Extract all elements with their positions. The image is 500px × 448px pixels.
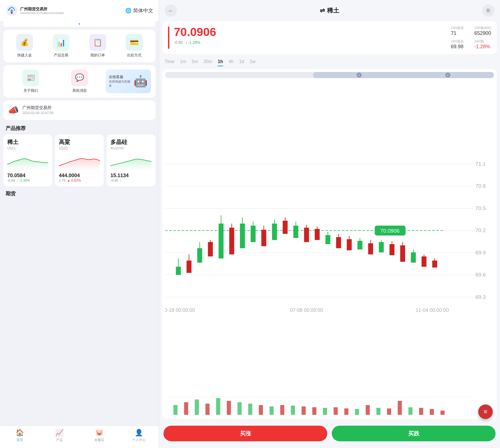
system-msg-icon: 💬 — [75, 73, 84, 82]
product-trade-icon-wrap: 📊 — [53, 34, 69, 51]
volume-chart — [165, 397, 494, 416]
svg-rect-75 — [195, 399, 199, 415]
price-indicator-bar — [168, 27, 169, 49]
menu-item-system-messages[interactable]: 💬 系统消息 — [57, 69, 102, 93]
menu-item-withdrawal[interactable]: 💳 出款方式 — [118, 34, 151, 58]
candlestick-chart: 71.1 70.8 70.5 70.2 69.9 69.6 69.3 70.09… — [165, 80, 494, 396]
svg-rect-24 — [197, 248, 202, 263]
menu-item-quick-deposit[interactable]: 💰 快捷入金 — [8, 34, 41, 58]
svg-rect-74 — [184, 402, 188, 415]
menu-item-about-us[interactable]: 📰 关于我们 — [8, 69, 53, 93]
tab-30m[interactable]: 30m — [203, 59, 212, 65]
tab-1m[interactable]: 1m — [180, 59, 186, 65]
price-section: 70.0906 -0.90 ↓ -1.28% 24H最高 71 24H量(MX)… — [162, 21, 497, 54]
stat-high: 24H最高 71 — [451, 26, 468, 36]
my-orders-label: 我的订单 — [90, 53, 105, 58]
copy-button[interactable]: ⎘ — [482, 4, 494, 17]
product-code-gaoliang: USZC — [59, 146, 100, 150]
products-icon: 📈 — [55, 429, 64, 437]
back-button[interactable]: ← — [165, 4, 177, 17]
product-change-duojinggui: -0.00 ↓ — [110, 179, 152, 182]
nav-item-profile[interactable]: 👤 个人中心 — [119, 429, 159, 442]
nav-label-products: 产品 — [56, 438, 63, 442]
about-us-icon-wrap: 📰 — [22, 69, 39, 86]
tab-time[interactable]: Time — [165, 59, 174, 65]
announcement-time: 2024-02-08 10:47:59 — [22, 111, 53, 115]
svg-rect-28 — [218, 223, 223, 258]
product-card-gaoliang[interactable]: 高粱 USZC 444.0004 2.75 ▲ 0.62% — [55, 134, 104, 186]
sparkline-xitu — [7, 153, 48, 170]
nav-item-home[interactable]: 🏠 首页 — [0, 429, 40, 442]
svg-rect-44 — [304, 228, 309, 242]
buy-down-button[interactable]: 买跌 — [332, 426, 496, 441]
svg-text:70.2: 70.2 — [475, 227, 486, 233]
product-price-gaoliang: 444.0004 — [59, 173, 100, 179]
left-panel: 广州期货交易所 GUANGZHOU FUTURES EXCHANGE 🌐 简体中… — [0, 0, 159, 448]
svg-rect-30 — [229, 228, 234, 254]
tab-1d[interactable]: 1d — [239, 59, 244, 65]
language-selector[interactable]: 🌐 简体中文 — [125, 7, 153, 14]
svg-text:70.5: 70.5 — [475, 205, 486, 211]
buy-up-button[interactable]: 买涨 — [164, 426, 327, 441]
chart-scroll-thumb[interactable]: ≡ ≡ — [313, 72, 494, 78]
product-code-duojinggui: RU10YR — [110, 146, 152, 150]
product-code-xitu: USCL — [7, 146, 48, 150]
detail-title: ⇌ 稀土 — [320, 6, 339, 15]
nav-item-yue-bao[interactable]: 🐷 余额宝 — [80, 429, 119, 442]
svg-rect-92 — [376, 408, 381, 415]
tab-1h[interactable]: 1h — [218, 59, 223, 65]
svg-text:11-04 00:00:00: 11-04 00:00:00 — [416, 307, 449, 313]
svg-rect-58 — [379, 242, 384, 252]
cs-text-area: 在线客服 优质竭诚为您服务 — [109, 74, 131, 88]
svg-rect-60 — [390, 244, 395, 255]
about-us-label: 关于我们 — [23, 88, 38, 93]
price-stats: 24H最高 71 24H量(MX) 652900 24H最低 69.98 24H… — [451, 26, 491, 50]
fab-button[interactable]: ≡ — [478, 404, 493, 419]
scroll-handle-right[interactable]: ≡ — [445, 73, 450, 78]
svg-rect-85 — [302, 406, 306, 415]
svg-rect-76 — [205, 404, 210, 415]
svg-rect-94 — [398, 401, 402, 415]
announcement-bar[interactable]: 📣 广州期货交易所 2024-02-08 10:47:59 — [3, 100, 155, 120]
logo-icon — [6, 4, 18, 17]
svg-rect-38 — [272, 223, 277, 240]
menu-item-my-orders[interactable]: 📋 我的订单 — [81, 34, 114, 58]
exchange-icon: ⇌ — [320, 7, 325, 14]
profile-icon: 👤 — [135, 429, 143, 437]
svg-rect-95 — [408, 407, 413, 415]
nav-item-products[interactable]: 📈 产品 — [40, 429, 79, 442]
announcement-title: 广州期货交易所 — [22, 105, 53, 110]
svg-rect-77 — [216, 398, 220, 415]
svg-rect-62 — [400, 245, 405, 262]
product-card-xitu[interactable]: 稀土 USCL 70.0584 -0.94 ↓ -1.33% — [3, 134, 52, 186]
tab-1w[interactable]: 1w — [250, 59, 255, 65]
left-header: 广州期货交易所 GUANGZHOU FUTURES EXCHANGE 🌐 简体中… — [0, 0, 159, 21]
svg-rect-90 — [355, 409, 359, 415]
chart-scroll-bar[interactable]: ≡ ≡ — [165, 72, 494, 78]
product-name-xitu: 稀土 — [7, 138, 48, 146]
product-card-duojinggui[interactable]: 多晶硅 RU10YR 15.1134 -0.00 ↓ — [107, 134, 155, 186]
svg-rect-86 — [312, 407, 316, 415]
candlestick-svg: 71.1 70.8 70.5 70.2 69.9 69.6 69.3 70.09… — [165, 80, 494, 396]
down-arrow-icon: ↓ — [186, 40, 188, 45]
tab-5m[interactable]: 5m — [192, 59, 198, 65]
cs-icon: 🤖 — [134, 75, 148, 88]
tab-4h[interactable]: 4h — [229, 59, 234, 65]
price-change-row: -0.90 ↓ -1.28% — [174, 40, 446, 45]
quick-deposit-label: 快捷入金 — [17, 53, 32, 58]
product-change-xitu: -0.94 ↓ -1.33% — [7, 179, 48, 182]
system-msg-label: 系统消息 — [72, 88, 87, 93]
menu-item-product-trade[interactable]: 📊 产品交易 — [44, 34, 78, 58]
customer-service-item[interactable]: 在线客服 优质竭诚为您服务 🤖 — [105, 69, 151, 93]
svg-rect-96 — [419, 408, 423, 415]
scroll-handle-left[interactable]: ≡ — [357, 73, 362, 78]
quick-menu-row2: 📰 关于我们 💬 系统消息 在线客服 优质竭诚为您服务 🤖 — [3, 65, 155, 98]
svg-rect-54 — [357, 241, 362, 249]
svg-point-1 — [11, 9, 13, 12]
stat-low: 24H最低 69.98 — [451, 39, 468, 50]
svg-rect-91 — [366, 405, 370, 415]
svg-rect-79 — [237, 402, 242, 415]
bottom-nav: 🏠 首页 📈 产品 🐷 余额宝 👤 个人中心 — [0, 426, 159, 448]
dropdown-area[interactable]: ▼ — [3, 21, 155, 27]
svg-rect-81 — [259, 405, 263, 415]
